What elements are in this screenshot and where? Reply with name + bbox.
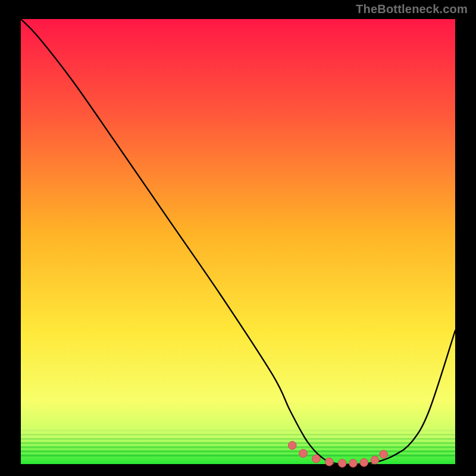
- highlight-marker: [325, 458, 334, 466]
- chart-stage: TheBottleneck.com: [0, 0, 476, 476]
- svg-rect-1: [21, 434, 455, 436]
- highlight-marker: [360, 459, 368, 467]
- bottleneck-chart: [0, 0, 476, 476]
- gradient-background: [21, 19, 455, 464]
- watermark-label: TheBottleneck.com: [356, 2, 468, 16]
- svg-rect-6: [21, 455, 455, 456]
- highlight-marker: [288, 441, 296, 450]
- svg-rect-5: [21, 450, 455, 452]
- svg-rect-2: [21, 438, 455, 440]
- highlight-marker: [338, 459, 346, 468]
- highlight-marker: [312, 455, 321, 463]
- highlight-marker: [349, 459, 358, 468]
- svg-rect-3: [21, 442, 455, 444]
- highlight-marker: [371, 456, 379, 464]
- highlight-marker: [299, 449, 308, 458]
- svg-rect-0: [21, 430, 455, 431]
- svg-rect-4: [21, 446, 455, 448]
- highlight-marker: [380, 450, 388, 459]
